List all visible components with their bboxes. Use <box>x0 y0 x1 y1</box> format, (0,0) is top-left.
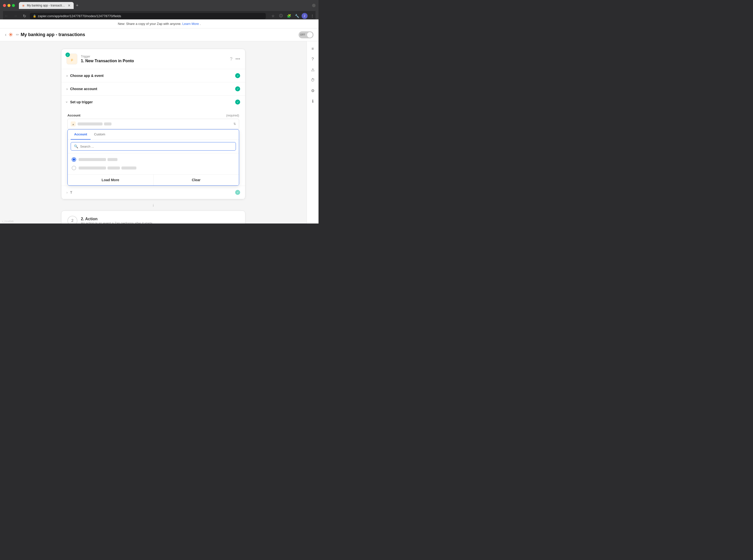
choose-app-header[interactable]: › Choose app & event ✓ <box>61 69 245 82</box>
action-card[interactable]: 2 2. Action An action is an event a Zap … <box>61 211 245 223</box>
notification-banner: New: Share a copy of your Zap with anyon… <box>0 19 319 28</box>
traffic-lights <box>3 4 15 7</box>
address-bar-actions: ☆ ⓘ 🧩 🔧 Z ⋮ <box>270 13 316 19</box>
blurred-value-2 <box>104 122 111 125</box>
select-arrows-icon: ⇅ <box>233 122 236 126</box>
dropdown-option-2[interactable] <box>71 164 236 172</box>
sidebar-settings-icon[interactable]: ⚙ <box>308 86 317 95</box>
lock-icon: 🔒 <box>33 15 36 18</box>
extension-icon[interactable]: 🧩 <box>286 13 292 19</box>
account-select[interactable]: ₚ ⇅ <box>67 119 239 129</box>
notification-period: . <box>200 22 201 26</box>
search-input-wrap: 🔍 <box>71 142 236 151</box>
collapsed-t-check-icon: ✓ <box>235 190 240 195</box>
browser-chrome: ✳ My banking app - transactions ✕ + ← → … <box>0 0 319 19</box>
tab-close-button[interactable]: ✕ <box>68 3 71 7</box>
account-field-required: (required) <box>226 114 239 117</box>
menu-icon[interactable]: ⋮ <box>309 13 316 19</box>
sidebar-history-icon[interactable]: ⏱ <box>308 76 317 85</box>
dropdown-option-1[interactable] <box>71 155 236 164</box>
sidebar-help-icon[interactable]: ? <box>308 55 317 64</box>
option-1-blurred-1 <box>79 158 106 161</box>
more-options-button[interactable]: ••• <box>236 57 240 62</box>
dropdown-options <box>68 153 239 174</box>
setup-trigger-check-icon: ✓ <box>235 100 240 104</box>
search-input[interactable] <box>80 145 233 148</box>
option-1-label <box>79 158 235 161</box>
collapsed-t-section: › T ✓ <box>61 186 245 199</box>
radio-option-1[interactable] <box>72 157 76 162</box>
setup-trigger-header[interactable]: › Set up trigger ✓ <box>61 96 245 108</box>
action-number-circle: 2 <box>67 216 77 223</box>
sidebar-info-icon[interactable]: ℹ <box>308 97 317 105</box>
setup-trigger-title: Set up trigger <box>70 100 235 104</box>
minimize-button[interactable] <box>7 4 11 7</box>
dropdown-tabs: Account Custom <box>68 129 239 140</box>
browser-tabs: ✳ My banking app - transactions ✕ + <box>19 2 310 9</box>
setup-trigger-section: › Set up trigger ✓ Account (required) ₚ <box>61 96 245 186</box>
tab-account[interactable]: Account <box>71 129 90 140</box>
choose-account-header[interactable]: › Choose account ✓ <box>61 82 245 95</box>
bookmark-icon[interactable]: ☆ <box>270 13 276 19</box>
toggle-thumb <box>307 32 312 38</box>
action-description: An action is an event a Zap performs aft… <box>81 221 152 224</box>
trigger-card-info: Trigger 1. New Transaction in Ponto <box>81 55 230 63</box>
tab-favicon: ✳ <box>22 4 25 7</box>
ponto-select-logo: ₚ <box>71 121 76 126</box>
account-dropdown: Account Custom 🔍 <box>67 129 239 186</box>
sidebar-warning-icon[interactable]: ⚠ <box>308 65 317 74</box>
chevron-up-icon: › <box>65 102 69 103</box>
titlebar: ✳ My banking app - transactions ✕ + <box>3 2 316 9</box>
app-toolbar: ‹ ✳ ✏ My banking app - transactions OFF <box>0 28 319 41</box>
notification-text: New: Share a copy of your Zap with anyon… <box>118 22 181 26</box>
option-2-blurred-3 <box>121 166 136 169</box>
choose-app-check-icon: ✓ <box>235 73 240 78</box>
check-badge: ✓ <box>65 53 70 57</box>
app-container: New: Share a copy of your Zap with anyon… <box>0 19 319 223</box>
maximize-button[interactable] <box>12 4 15 7</box>
ponto-logo-container: ✓ ₚ <box>66 54 77 64</box>
help-button[interactable]: ? <box>230 57 232 62</box>
toolbar-back-icon[interactable]: ‹ <box>5 32 6 37</box>
chevron-down-icon: › <box>66 74 68 78</box>
forward-button[interactable]: → <box>12 13 19 19</box>
chevron-right-icon: › <box>66 191 68 194</box>
trigger-card: ✓ ₚ Trigger 1. New Transaction in Ponto … <box>61 49 245 199</box>
ponto-icon: ₚ <box>71 56 73 62</box>
page-title: My banking app - transactions <box>21 32 85 37</box>
load-more-button[interactable]: Load More <box>68 175 154 185</box>
tab-custom[interactable]: Custom <box>90 129 109 140</box>
trigger-type-label: Trigger <box>81 55 230 58</box>
arrow-connector: ↓ <box>152 199 155 211</box>
trigger-name: 1. New Transaction in Ponto <box>81 59 230 63</box>
option-2-blurred-1 <box>79 166 106 169</box>
option-2-blurred-2 <box>107 166 120 169</box>
blurred-value-1 <box>78 122 103 125</box>
trigger-card-actions: ? ••• <box>230 57 240 62</box>
search-icon: 🔍 <box>74 144 78 148</box>
action-card-header: 2 2. Action An action is an event a Zap … <box>67 216 239 223</box>
radio-option-2[interactable] <box>72 166 76 170</box>
url-bar[interactable]: 🔒 zapier.com/app/editor/124778770/nodes/… <box>30 13 266 19</box>
new-tab-button[interactable]: + <box>74 2 81 9</box>
dropdown-footer: Load More Clear <box>68 174 239 185</box>
tab-title: My banking app - transactions <box>27 4 66 7</box>
back-button[interactable]: ← <box>3 13 10 19</box>
window-circle-icon <box>312 4 316 7</box>
right-sidebar: ≡ ? ⚠ ⏱ ⚙ ℹ <box>307 41 319 223</box>
clear-button[interactable]: Clear <box>154 175 239 185</box>
extensions-icon[interactable]: 🔧 <box>293 13 300 19</box>
info-circle-icon[interactable]: ⓘ <box>278 13 284 19</box>
action-info: 2. Action An action is an event a Zap pe… <box>81 217 152 224</box>
option-2-label <box>79 166 235 169</box>
refresh-button[interactable]: ↻ <box>21 13 28 19</box>
zap-toggle[interactable]: OFF <box>299 32 313 38</box>
close-button[interactable] <box>3 4 6 7</box>
active-tab[interactable]: ✳ My banking app - transactions ✕ <box>19 2 74 9</box>
dropdown-search: 🔍 <box>68 140 239 153</box>
user-avatar[interactable]: Z <box>302 13 308 19</box>
collapsed-t-header[interactable]: › T ✓ <box>61 186 245 199</box>
sidebar-list-icon[interactable]: ≡ <box>308 44 317 53</box>
notification-link[interactable]: Learn More <box>182 22 199 26</box>
edit-title-icon[interactable]: ✏ <box>16 32 19 37</box>
